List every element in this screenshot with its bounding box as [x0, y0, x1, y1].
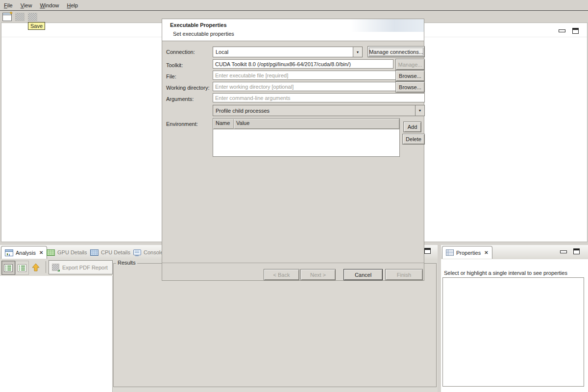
- menu-view[interactable]: View: [17, 1, 36, 10]
- close-icon[interactable]: ✕: [484, 250, 488, 255]
- cancel-button[interactable]: Cancel: [343, 269, 383, 280]
- connection-combo[interactable]: Local ▼: [213, 47, 363, 57]
- environment-table[interactable]: Name Value: [213, 118, 400, 157]
- close-icon[interactable]: ✕: [39, 250, 43, 255]
- dialog-button-separator: [162, 263, 424, 263]
- environment-table-header: Name Value: [213, 119, 399, 129]
- minimize-icon[interactable]: [559, 29, 565, 32]
- properties-icon: [446, 249, 454, 256]
- new-session-icon[interactable]: [2, 13, 12, 21]
- tab-console[interactable]: Console: [133, 247, 163, 258]
- tab-cpu-details-label: CPU Details: [101, 249, 130, 255]
- unguided-analysis-button[interactable]: [15, 261, 29, 275]
- export-pdf-report-button[interactable]: Export PDF Report: [49, 260, 113, 274]
- properties-panel: Properties ✕ Select or highlight a singl…: [441, 245, 588, 392]
- results-group: Results: [113, 263, 437, 387]
- dialog-title: Executable Properties: [170, 22, 227, 28]
- toolbar-separator: [46, 261, 46, 273]
- manage-connections-button[interactable]: Manage connections...: [368, 46, 425, 57]
- profile-child-processes-combo[interactable]: Profile child processes ▼: [213, 105, 425, 116]
- application-window: File View Window Help ,,, Save Analysis …: [0, 0, 588, 392]
- manage-toolkit-button[interactable]: Manage...: [395, 59, 425, 70]
- up-arrow-icon: [31, 263, 40, 271]
- executable-file-field[interactable]: [213, 71, 396, 80]
- working-directory-label: Working directory:: [166, 85, 209, 91]
- properties-content: Select or highlight a single interval to…: [441, 259, 588, 392]
- arguments-field[interactable]: [213, 93, 425, 102]
- tab-properties-label: Properties: [456, 250, 481, 256]
- menu-bar: File View Window Help: [0, 0, 588, 11]
- tab-gpu-details-label: GPU Details: [57, 249, 87, 255]
- list-check-icon: [4, 264, 13, 272]
- header-gradient: [350, 19, 424, 32]
- properties-hint: Select or highlight a single interval to…: [444, 270, 567, 276]
- dialog-header: Executable Properties Set executable pro…: [162, 19, 424, 41]
- results-legend: Results: [116, 260, 137, 266]
- tab-analysis-label: Analysis: [16, 250, 36, 256]
- env-column-value[interactable]: Value: [234, 119, 399, 129]
- tab-analysis[interactable]: Analysis ✕: [1, 246, 47, 259]
- analysis-list-area[interactable]: [0, 276, 113, 392]
- tab-cpu-details[interactable]: CPU Details: [90, 247, 130, 258]
- panel-minimize-icon[interactable]: [560, 250, 567, 253]
- connection-label: Connection:: [166, 49, 195, 55]
- maximize-icon[interactable]: [572, 28, 579, 34]
- export-pdf-label: Export PDF Report: [62, 265, 108, 270]
- panel-maximize-icon[interactable]: [424, 248, 431, 254]
- browse-file-button[interactable]: Browse...: [395, 70, 425, 81]
- tab-properties[interactable]: Properties ✕: [442, 246, 492, 259]
- working-directory-field[interactable]: [213, 82, 396, 91]
- export-pdf-icon: [52, 264, 59, 271]
- file-label: File:: [166, 74, 176, 79]
- menu-file[interactable]: File: [0, 1, 17, 10]
- add-env-button[interactable]: Add: [403, 122, 421, 132]
- arguments-label: Arguments:: [166, 96, 194, 102]
- environment-label: Environment:: [166, 121, 198, 127]
- dialog-subtitle: Set executable properties: [173, 31, 234, 37]
- browse-workdir-button[interactable]: Browse...: [395, 81, 425, 93]
- delete-env-button[interactable]: Delete: [402, 134, 425, 145]
- chevron-down-icon[interactable]: ▼: [353, 47, 362, 57]
- save-tooltip: Save: [28, 22, 45, 30]
- menu-window[interactable]: Window: [36, 1, 63, 10]
- toolkit-label: Toolkit:: [166, 62, 183, 68]
- chevron-down-icon[interactable]: ▼: [415, 105, 424, 116]
- toolkit-field[interactable]: [213, 59, 393, 69]
- next-button[interactable]: Next >: [300, 269, 336, 280]
- profile-child-processes-value: Profile child processes: [213, 108, 415, 114]
- executable-properties-dialog: Executable Properties Set executable pro…: [162, 19, 424, 281]
- finish-button[interactable]: Finish: [385, 269, 423, 280]
- tab-gpu-details[interactable]: GPU Details: [47, 247, 87, 258]
- properties-empty-box: [442, 277, 584, 387]
- guided-analysis-button[interactable]: [1, 261, 15, 275]
- gpu-details-icon: [47, 249, 55, 256]
- cpu-details-icon: [90, 249, 98, 256]
- up-level-button[interactable]: [29, 261, 42, 274]
- properties-panel-tabbar: Properties ✕: [441, 245, 588, 259]
- analysis-icon: [5, 249, 13, 256]
- tab-console-label: Console: [144, 249, 163, 255]
- env-column-name[interactable]: Name: [213, 119, 234, 129]
- connection-value: Local: [213, 49, 353, 55]
- back-button[interactable]: < Back: [264, 269, 299, 280]
- menu-help[interactable]: Help: [63, 1, 82, 10]
- list-icon: [18, 264, 26, 272]
- panel-maximize-icon[interactable]: [573, 248, 580, 254]
- console-icon: [133, 249, 141, 255]
- save-icon-disabled[interactable]: [15, 13, 24, 21]
